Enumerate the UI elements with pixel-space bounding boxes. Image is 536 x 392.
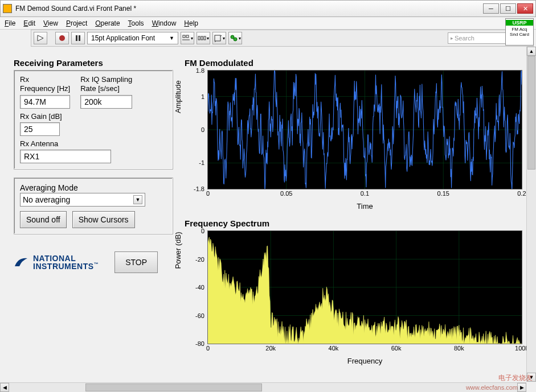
- chevron-down-icon: ▼: [169, 35, 174, 41]
- svg-rect-8: [204, 36, 206, 40]
- run-button[interactable]: [34, 32, 47, 44]
- fm-demod-chart[interactable]: Amplitude 1.8 1 0 -1 -1.8 0 0.05 0.1 0.1…: [207, 70, 522, 189]
- chart1-title: FM Demodulated: [185, 58, 522, 68]
- scrollbar-thumb[interactable]: [85, 383, 262, 391]
- svg-rect-1: [76, 35, 77, 41]
- abort-button[interactable]: [55, 32, 69, 44]
- menu-view[interactable]: View: [43, 19, 58, 27]
- svg-rect-2: [79, 35, 80, 41]
- chart2-yaxis: 0 -20 -40 -60 -80: [189, 231, 206, 344]
- rx-antenna-input[interactable]: RX1: [20, 150, 111, 163]
- search-placeholder: Search: [455, 35, 474, 42]
- vertical-scrollbar[interactable]: ▲ ▼: [526, 47, 536, 382]
- watermark-url: www.elecfans.com: [466, 384, 518, 391]
- chart1-yaxis: 1.8 1 0 -1 -1.8: [189, 71, 206, 189]
- logo-line1: NATIONAL: [33, 254, 99, 262]
- chart2-plot: [208, 231, 522, 344]
- averaging-value: No averaging: [23, 195, 70, 204]
- show-cursors-button[interactable]: Show Cursors: [72, 211, 135, 228]
- chart1-xaxis: 0 0.05 0.1 0.15 0.2: [208, 190, 522, 199]
- svg-rect-6: [198, 36, 200, 40]
- svg-rect-9: [215, 35, 220, 41]
- window-titlebar: FM Demod Sound Card.vi Front Panel * ─ ☐…: [0, 0, 536, 17]
- window-title: FM Demod Sound Card.vi Front Panel *: [15, 5, 482, 13]
- params-heading: Receiving Parameters: [14, 58, 173, 68]
- iconpane-line1: USRP: [506, 20, 533, 26]
- chart2-ylabel: Power (dB): [174, 232, 182, 269]
- ni-logo: NATIONAL INSTRUMENTS™: [14, 254, 99, 270]
- scrollbar-thumb[interactable]: [527, 56, 535, 170]
- averaging-select[interactable]: No averaging ▼: [20, 193, 145, 207]
- svg-point-0: [59, 35, 65, 41]
- scroll-right-icon[interactable]: ▶: [517, 383, 526, 392]
- font-label: 15pt Application Font: [91, 34, 155, 42]
- sound-off-button[interactable]: Sound off: [20, 211, 67, 228]
- iconpane-line2: FM Acq: [506, 27, 533, 32]
- rx-freq-input[interactable]: 94.7M: [20, 95, 70, 109]
- font-selector[interactable]: 15pt Application Font ▼: [87, 32, 178, 44]
- chart1-xlabel: Time: [207, 202, 522, 211]
- reorder-button[interactable]: ▾: [228, 32, 242, 44]
- close-button[interactable]: ✕: [517, 3, 533, 14]
- averaging-panel: Averaging Mode No averaging ▼ Sound off …: [14, 178, 173, 234]
- menu-file[interactable]: File: [5, 19, 15, 27]
- menu-tools[interactable]: Tools: [128, 19, 144, 27]
- rx-freq-label: Rx Frequency [Hz]: [20, 75, 70, 94]
- toolbar: 15pt Application Font ▼ ▾ ▾ ▾ ▾ ▸ Search…: [31, 30, 534, 47]
- minimize-button[interactable]: ─: [483, 3, 499, 14]
- pause-button[interactable]: [71, 32, 85, 44]
- menu-bar: File Edit View Project Operate Tools Win…: [0, 17, 536, 30]
- iconpane-line3: Snd Card: [506, 32, 533, 37]
- chart1-ylabel: Amplitude: [174, 80, 182, 113]
- vi-icon-pane[interactable]: USRP FM Acq Snd Card: [505, 18, 534, 46]
- chart2-xaxis: 0 20k 40k 60k 80k 100k: [208, 345, 522, 354]
- rx-gain-input[interactable]: 25: [20, 122, 60, 136]
- distribute-button[interactable]: ▾: [197, 32, 210, 44]
- rx-rate-input[interactable]: 200k: [80, 95, 132, 109]
- logo-line2: INSTRUMENTS: [33, 262, 94, 271]
- menu-window[interactable]: Window: [152, 19, 177, 27]
- vi-icon: [3, 4, 12, 13]
- rx-rate-label: Rx IQ Sampling Rate [s/sec]: [80, 75, 132, 94]
- averaging-label: Averaging Mode: [20, 183, 78, 192]
- maximize-button[interactable]: ☐: [500, 3, 516, 14]
- svg-marker-25: [208, 237, 522, 344]
- rx-gain-label: Rx Gain [dB]: [20, 112, 167, 121]
- horizontal-scrollbar[interactable]: ◀ ▶: [0, 382, 526, 392]
- resize-button[interactable]: ▾: [212, 32, 226, 44]
- chart1-plot: [208, 71, 522, 189]
- spectrum-chart[interactable]: Power (dB) 0 -20 -40 -60 -80 0 20k 40k 6…: [207, 230, 522, 344]
- watermark-brand: 电子发烧友: [498, 373, 533, 383]
- receiving-parameters-panel: Rx Frequency [Hz] 94.7M Rx IQ Sampling R…: [14, 70, 173, 170]
- menu-operate[interactable]: Operate: [95, 19, 120, 27]
- chevron-down-icon: ▼: [133, 195, 142, 204]
- menu-edit[interactable]: Edit: [23, 19, 35, 27]
- menu-help[interactable]: Help: [184, 19, 198, 27]
- svg-rect-7: [201, 36, 203, 40]
- svg-rect-3: [183, 35, 185, 38]
- svg-point-11: [234, 38, 237, 41]
- scroll-left-icon[interactable]: ◀: [0, 383, 9, 392]
- rx-antenna-label: Rx Antenna: [20, 139, 167, 148]
- stop-button[interactable]: STOP: [114, 251, 158, 273]
- svg-rect-4: [186, 35, 189, 38]
- scroll-up-icon[interactable]: ▲: [527, 47, 536, 56]
- menu-project[interactable]: Project: [66, 19, 87, 27]
- chart2-title: Frequency Spectrum: [185, 218, 522, 228]
- chart2-xlabel: Frequency: [207, 357, 522, 365]
- align-button[interactable]: ▾: [181, 32, 194, 44]
- eagle-icon: [14, 255, 28, 270]
